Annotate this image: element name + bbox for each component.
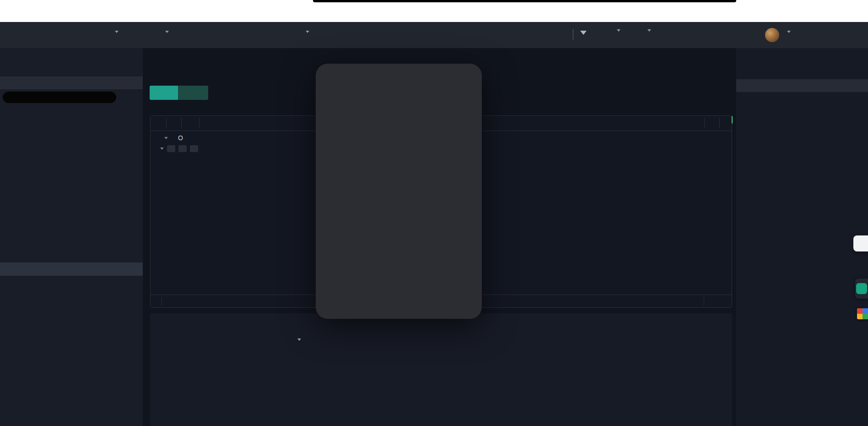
browser-top-strip bbox=[0, 0, 868, 22]
caret-down-icon bbox=[160, 147, 164, 150]
last-price-row bbox=[0, 262, 143, 276]
view-tabs bbox=[150, 86, 208, 100]
wallet-bag-button[interactable] bbox=[646, 29, 651, 32]
extension-icon bbox=[863, 314, 868, 319]
toolbar-divider bbox=[181, 118, 182, 128]
censored-row bbox=[3, 92, 116, 103]
chatgpt-widget[interactable] bbox=[855, 279, 868, 299]
toolbar-divider bbox=[719, 118, 720, 128]
caret-down-icon bbox=[306, 31, 309, 33]
caret-down-icon bbox=[165, 31, 169, 33]
volume-24h bbox=[482, 67, 488, 74]
language-dropdown-arrow[interactable] bbox=[580, 31, 587, 35]
nav-derivatives[interactable] bbox=[162, 31, 169, 33]
extension-icon bbox=[857, 314, 863, 319]
study-close-icon[interactable] bbox=[190, 145, 198, 152]
top-nav bbox=[0, 22, 868, 48]
chart-type-button[interactable] bbox=[170, 117, 178, 129]
toolbar-divider bbox=[704, 118, 705, 128]
caret-down-icon bbox=[647, 29, 651, 32]
extension-icon bbox=[857, 308, 863, 314]
trade-form-background bbox=[150, 313, 732, 426]
extension-widget[interactable] bbox=[857, 308, 868, 319]
toolbar-divider bbox=[199, 118, 199, 128]
nav-payments[interactable] bbox=[303, 31, 309, 33]
caret-down-icon bbox=[115, 31, 119, 33]
share-widget[interactable] bbox=[853, 235, 868, 251]
undo-button[interactable] bbox=[203, 117, 210, 129]
nav-divider bbox=[573, 29, 573, 40]
toolbar-divider bbox=[704, 297, 704, 306]
triangle-down-icon bbox=[580, 31, 587, 35]
nav-trade[interactable] bbox=[112, 31, 119, 33]
tab-price[interactable] bbox=[150, 86, 178, 100]
tab-depth[interactable] bbox=[178, 86, 208, 100]
avatar[interactable] bbox=[765, 28, 779, 42]
browser-black-bar bbox=[313, 0, 736, 2]
trades-panel bbox=[736, 48, 868, 426]
ohlc-open: O bbox=[178, 134, 183, 142]
trades-header bbox=[736, 79, 868, 92]
toolbar-divider bbox=[162, 297, 162, 306]
caret-down-icon bbox=[617, 29, 620, 32]
eye-icon[interactable] bbox=[167, 145, 175, 152]
extension-icon bbox=[863, 308, 868, 314]
orderbook-panel bbox=[0, 48, 143, 426]
caret-down-icon bbox=[787, 31, 791, 33]
chart-actions bbox=[690, 118, 727, 128]
orders-book-button[interactable] bbox=[615, 29, 620, 32]
study-settings-icon[interactable] bbox=[178, 145, 187, 152]
caret-down-icon bbox=[164, 137, 168, 139]
trading-app: O bbox=[0, 0, 868, 426]
toolbar-divider bbox=[166, 118, 167, 128]
interval-button[interactable] bbox=[155, 117, 162, 129]
user-menu[interactable] bbox=[784, 31, 791, 33]
apps-launcher-modal bbox=[316, 64, 482, 319]
chart-info-button[interactable] bbox=[210, 117, 218, 129]
indicators-button[interactable] bbox=[185, 117, 195, 129]
chart-volume-legend bbox=[157, 145, 208, 152]
stop-limit-caret-icon[interactable] bbox=[297, 339, 301, 341]
orderbook-header bbox=[0, 76, 143, 89]
chart-legend: O bbox=[157, 134, 183, 142]
